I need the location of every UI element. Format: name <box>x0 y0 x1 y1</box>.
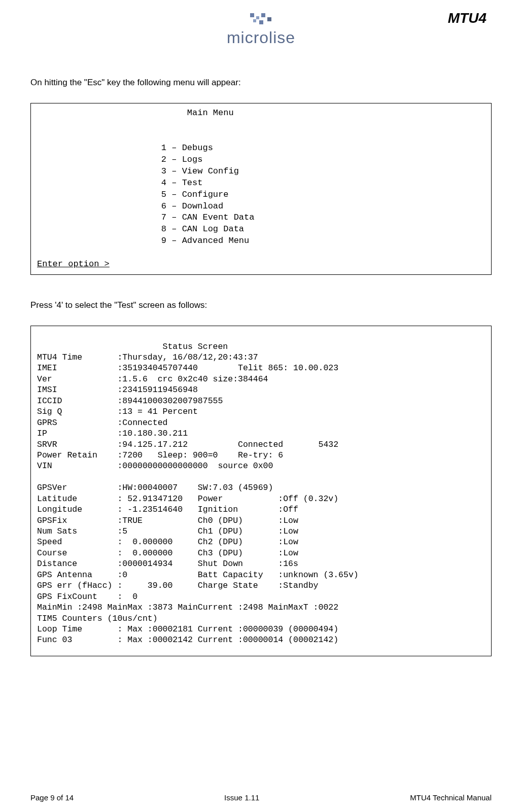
menu-item: 3 – View Config <box>161 166 239 176</box>
status-line: TIM5 Counters (10us/cnt) <box>37 614 158 623</box>
status-line: GPS err (fHacc) : 39.00 Charge State :St… <box>37 581 319 590</box>
menu-title: Main Menu <box>37 108 485 119</box>
menu-item: 6 – Download <box>161 201 223 211</box>
status-screen-terminal: Status Screen MTU4 Time :Thursday, 16/08… <box>30 326 492 656</box>
status-line: VIN :00000000000000000 source 0x00 <box>37 461 273 471</box>
svg-rect-1 <box>256 16 259 19</box>
menu-prompt[interactable]: Enter option > <box>37 259 110 269</box>
menu-item: 5 – Configure <box>161 190 229 199</box>
brand-logo: microlise <box>30 12 492 47</box>
status-line: ICCID :89441000302007987555 <box>37 396 223 406</box>
logo-icon <box>246 12 276 28</box>
status-line: MainMin :2498 MainMax :3873 MainCurrent … <box>37 603 338 612</box>
status-line: Power Retain :7200 Sleep: 900=0 Re-try: … <box>37 450 283 460</box>
footer-issue: Issue 1.11 <box>224 793 259 802</box>
footer-title: MTU4 Technical Manual <box>410 793 492 802</box>
svg-rect-2 <box>261 13 265 17</box>
status-line: Func 03 : Max :00002142 Current :0000001… <box>37 635 338 645</box>
menu-item: 9 – Advanced Menu <box>161 236 249 245</box>
status-line: Distance :0000014934 Shut Down :16s <box>37 559 298 569</box>
status-line: SRVR :94.125.17.212 Connected 5432 <box>37 440 338 449</box>
status-line: GPS FixCount : 0 <box>37 592 137 602</box>
status-line: IMSI :234159119456948 <box>37 385 198 395</box>
status-line: Ver :1.5.6 crc 0x2c40 size:384464 <box>37 374 268 384</box>
svg-rect-0 <box>250 13 254 17</box>
footer-page: Page 9 of 14 <box>30 793 74 802</box>
status-line: Sig Q :13 = 41 Percent <box>37 407 198 416</box>
status-line: MTU4 Time :Thursday, 16/08/12,20:43:37 <box>37 352 258 362</box>
menu-item: 8 – CAN Log Data <box>161 224 244 234</box>
status-line: Latitude : 52.91347120 Power :Off (0.32v… <box>37 494 338 504</box>
status-line: GPS Antenna :0 Batt Capacity :unknown (3… <box>37 570 359 580</box>
menu-item: 1 – Debugs <box>161 143 213 153</box>
menu-items-block: 1 – Debugs 2 – Logs 3 – View Config 4 – … <box>37 131 485 247</box>
menu-item: 2 – Logs <box>161 155 203 164</box>
status-line: IMEI :351934045707440 Telit 865: 10.00.0… <box>37 363 338 373</box>
intro-text-1: On hitting the "Esc" key the following m… <box>30 78 492 88</box>
svg-rect-4 <box>253 19 256 22</box>
svg-rect-3 <box>267 17 271 21</box>
status-line: Loop Time : Max :00002181 Current :00000… <box>37 624 338 634</box>
menu-item: 4 – Test <box>161 178 203 188</box>
brand-name: microlise <box>30 28 492 47</box>
menu-item: 7 – CAN Event Data <box>161 213 255 222</box>
status-line: Course : 0.000000 Ch3 (DPU) :Low <box>37 548 298 558</box>
status-line: GPSVer :HW:00040007 SW:7.03 (45969) <box>37 483 273 492</box>
status-line: GPRS :Connected <box>37 418 167 428</box>
status-title: Status Screen <box>163 342 228 351</box>
status-line: Speed : 0.000000 Ch2 (DPU) :Low <box>37 537 298 547</box>
intro-text-2: Press '4' to select the "Test" screen as… <box>30 300 492 310</box>
status-line: IP :10.180.30.211 <box>37 429 188 438</box>
svg-rect-5 <box>259 20 263 24</box>
status-line: Longitude : -1.23514640 Ignition :Off <box>37 505 298 514</box>
main-menu-terminal: Main Menu 1 – Debugs 2 – Logs 3 – View C… <box>30 103 492 275</box>
status-line: GPSFix :TRUE Ch0 (DPU) :Low <box>37 516 298 525</box>
status-line: Num Sats :5 Ch1 (DPU) :Low <box>37 526 298 536</box>
page-footer: Page 9 of 14 Issue 1.11 MTU4 Technical M… <box>30 793 492 802</box>
